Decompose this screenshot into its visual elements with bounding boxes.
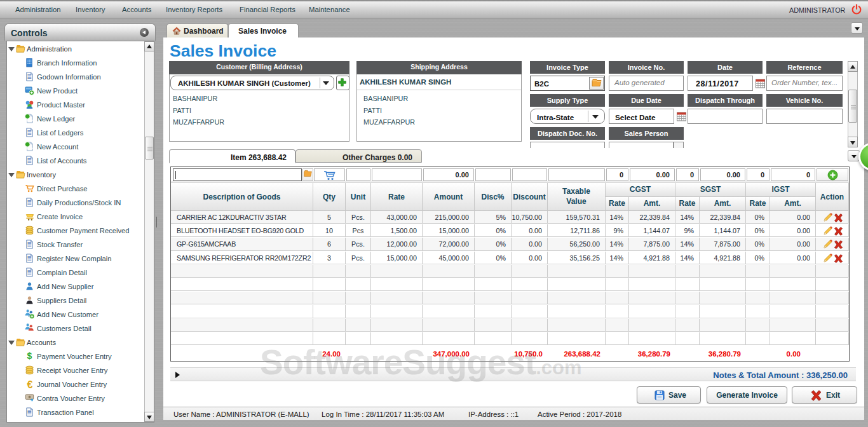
svg-text:€: € — [27, 379, 33, 390]
svg-text:$: $ — [27, 351, 32, 361]
